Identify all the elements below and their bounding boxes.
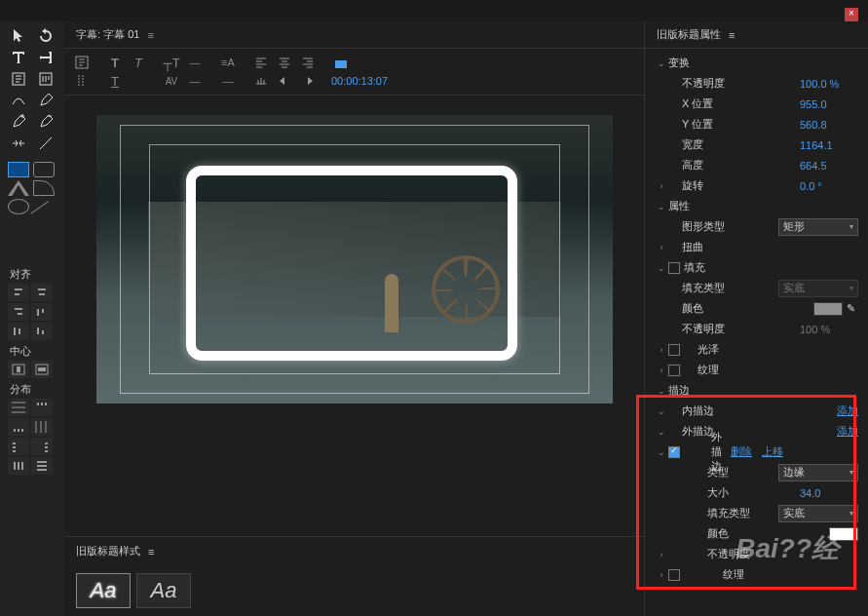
timecode[interactable]: 00:00:13:07 — [331, 75, 388, 87]
prop-opacity-value[interactable]: 100.0 % — [800, 78, 858, 90]
style-thumb-2[interactable]: Aa — [136, 573, 191, 608]
font-underline[interactable]: T — [105, 73, 125, 89]
title-canvas[interactable] — [96, 115, 613, 404]
prop-rotation-value[interactable]: 0.0 ° — [800, 180, 858, 192]
styles-menu-icon[interactable]: ≡ — [148, 546, 154, 558]
dist-bottom[interactable] — [8, 418, 29, 436]
line-shape[interactable] — [30, 201, 57, 226]
prop-x-value[interactable]: 955.0 — [800, 98, 858, 110]
close-button[interactable]: × — [845, 8, 858, 21]
style-thumb-1[interactable]: Aa — [76, 573, 131, 608]
type-tool[interactable] — [8, 49, 29, 66]
dist-left[interactable] — [31, 418, 53, 436]
eyedropper-icon[interactable]: ✎ — [847, 302, 858, 316]
vertical-area-type-tool[interactable] — [35, 70, 57, 88]
kerning-val[interactable]: — — [185, 73, 205, 89]
dist-right[interactable] — [31, 438, 53, 455]
twirl-outer-stroke-item[interactable]: ⌄ — [655, 447, 668, 457]
area-type-tool[interactable] — [8, 70, 29, 88]
align-right[interactable] — [8, 303, 29, 321]
prop-y-value[interactable]: 560.8 — [800, 119, 858, 131]
arc-shape[interactable] — [33, 180, 55, 196]
sheen-checkbox[interactable] — [668, 344, 680, 356]
stroke-fill-type-select[interactable]: 实底 — [778, 505, 858, 522]
path-type-tool[interactable] — [8, 92, 29, 109]
twirl-transform[interactable]: ⌄ — [655, 58, 668, 68]
font-bold[interactable]: T — [105, 55, 125, 70]
twirl-inner-stroke[interactable]: ⌄ — [655, 406, 668, 416]
title-rectangle-shape[interactable] — [186, 166, 517, 361]
prop-height-value[interactable]: 664.5 — [800, 160, 858, 172]
kerning[interactable]: AV — [162, 73, 181, 89]
new-title-btn[interactable] — [72, 55, 92, 70]
ellipse-shape[interactable] — [8, 199, 29, 214]
inner-stroke-add[interactable]: 添加 — [837, 404, 858, 418]
align-top[interactable] — [31, 303, 53, 321]
twirl-stroke-opacity[interactable]: › — [655, 550, 668, 559]
center-vertical[interactable] — [31, 361, 53, 378]
dist-vspace[interactable] — [31, 457, 53, 475]
stroke-texture-checkbox[interactable] — [668, 569, 680, 581]
fill-checkbox[interactable] — [668, 262, 680, 274]
panel-menu-icon[interactable]: ≡ — [147, 29, 153, 41]
line-tool-alt[interactable] — [35, 135, 57, 152]
vertical-type-tool[interactable] — [35, 49, 57, 66]
leading-val[interactable]: — — [218, 73, 238, 89]
rounded-rect-shape[interactable] — [33, 162, 55, 177]
add-anchor-tool[interactable] — [8, 113, 29, 131]
twirl-stroke-texture[interactable]: › — [655, 570, 668, 580]
dist-vcenter[interactable] — [31, 399, 53, 416]
leading[interactable]: ≡A — [218, 55, 238, 70]
prop-width-value[interactable]: 1164.1 — [800, 139, 858, 151]
align-text-center[interactable] — [275, 55, 294, 70]
outer-stroke-add[interactable]: 添加 — [837, 424, 858, 439]
twirl-texture[interactable]: › — [655, 366, 668, 375]
show-bg-video[interactable] — [331, 57, 351, 72]
align-text-right[interactable] — [298, 55, 318, 70]
roll-crawl-btn[interactable] — [72, 73, 92, 89]
fill-type-select[interactable]: 实底 — [778, 280, 858, 297]
prop-graphic-type-select[interactable]: 矩形 — [778, 218, 858, 236]
convert-anchor-tool[interactable] — [8, 135, 29, 152]
stroke-size-value[interactable]: 34.0 — [800, 487, 858, 499]
dist-hspace[interactable] — [8, 457, 29, 475]
rectangle-shape[interactable] — [8, 162, 29, 177]
inner-stroke-label: 内描边 — [668, 404, 837, 418]
twirl-distort[interactable]: › — [655, 243, 668, 252]
outer-stroke-moveup[interactable]: 上移 — [762, 444, 783, 459]
align-bottom[interactable] — [31, 323, 53, 340]
align-hcenter[interactable] — [31, 284, 53, 301]
font-size-val[interactable]: — — [185, 55, 205, 70]
align-vcenter[interactable] — [8, 323, 29, 340]
fill-color-swatch[interactable] — [813, 302, 843, 316]
font-size[interactable]: ┬T — [162, 55, 181, 70]
rotate-tool[interactable] — [35, 27, 57, 45]
dist-hcenter[interactable] — [8, 438, 29, 455]
show-video-in[interactable] — [275, 73, 294, 89]
twirl-properties[interactable]: ⌄ — [655, 202, 668, 212]
stroke-color-swatch[interactable] — [829, 527, 858, 541]
align-text-left[interactable] — [251, 55, 271, 70]
fill-opacity-value[interactable]: 100 % — [800, 324, 858, 335]
center-horizontal[interactable] — [8, 361, 29, 378]
wedge-shape[interactable] — [8, 180, 29, 196]
twirl-fill[interactable]: ⌄ — [655, 263, 668, 273]
outer-stroke-delete[interactable]: 删除 — [731, 444, 752, 459]
twirl-rotation[interactable]: › — [655, 181, 668, 191]
prop-distort-label: 扭曲 — [668, 240, 858, 254]
delete-anchor-tool[interactable] — [35, 113, 57, 131]
pen-tool[interactable] — [35, 92, 57, 109]
font-italic[interactable]: T — [129, 55, 148, 70]
align-left[interactable] — [8, 284, 29, 301]
dist-top[interactable] — [8, 399, 29, 416]
outer-stroke-checkbox[interactable] — [668, 446, 680, 458]
twirl-strokes[interactable]: ⌄ — [655, 386, 668, 396]
twirl-outer-stroke[interactable]: ⌄ — [655, 427, 668, 437]
selection-tool[interactable] — [8, 27, 29, 45]
tab-stops[interactable] — [251, 73, 271, 89]
props-menu-icon[interactable]: ≡ — [729, 29, 735, 41]
twirl-sheen[interactable]: › — [655, 345, 668, 355]
show-video-out[interactable] — [298, 73, 318, 89]
texture-checkbox[interactable] — [668, 365, 680, 376]
stroke-type-select[interactable]: 边缘 — [778, 464, 858, 481]
